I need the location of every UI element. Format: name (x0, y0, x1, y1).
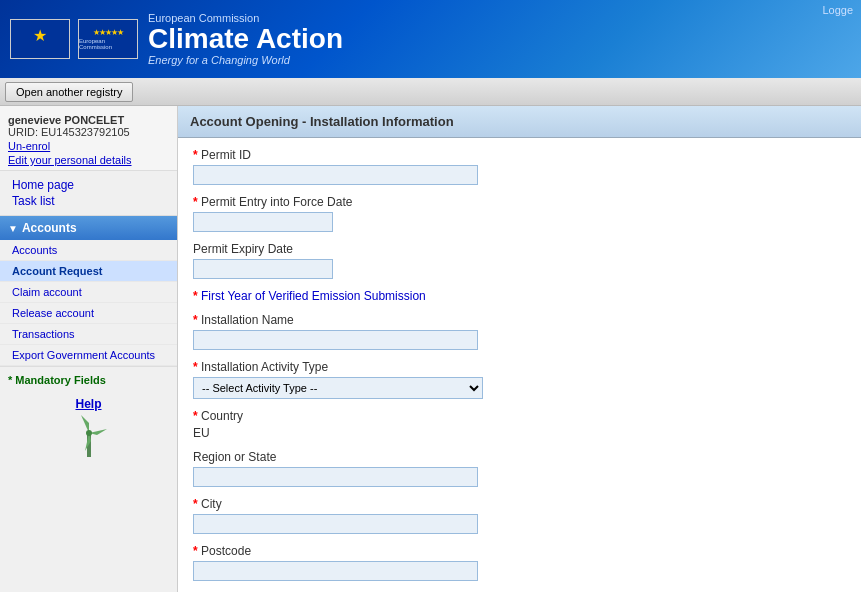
header-text: European Commission Climate Action Energ… (148, 12, 343, 67)
country-label: * Country (193, 409, 846, 423)
nav-links: Home page Task list (0, 171, 177, 216)
permit-entry-date-label: * Permit Entry into Force Date (193, 195, 846, 209)
accounts-section-header[interactable]: ▼ Accounts (0, 216, 177, 240)
first-year-emission-group: * First Year of Verified Emission Submis… (193, 289, 846, 303)
postcode-group: * Postcode (193, 544, 846, 581)
ec-logo-icon: ★★★★★ European Commission (78, 19, 138, 59)
app-subtitle-label: Energy for a Changing World (148, 54, 343, 66)
activity-type-select[interactable]: -- Select Activity Type -- (193, 377, 483, 399)
top-bar: Open another registry (0, 78, 861, 106)
logged-in-label: Logge (822, 4, 853, 16)
city-required-star: * (193, 497, 198, 511)
sidebar: genevieve PONCELET URID: EU145323792105 … (0, 106, 178, 592)
ec-name-label: European Commission (148, 12, 343, 24)
region-state-input[interactable] (193, 467, 478, 487)
permit-id-required-star: * (193, 148, 198, 162)
permit-expiry-date-group: Permit Expiry Date (193, 242, 846, 279)
first-year-emission-label: * First Year of Verified Emission Submis… (193, 289, 846, 303)
city-group: * City (193, 497, 846, 534)
installation-activity-type-label: * Installation Activity Type (193, 360, 846, 374)
sidebar-item-claim-account[interactable]: Claim account (0, 282, 177, 303)
sidebar-item-account-request[interactable]: Account Request (0, 261, 177, 282)
installation-name-label: * Installation Name (193, 313, 846, 327)
installation-name-group: * Installation Name (193, 313, 846, 350)
windmill-icon (71, 413, 107, 464)
country-required-star: * (193, 409, 198, 423)
sidebar-item-release-account[interactable]: Release account (0, 303, 177, 324)
open-registry-button[interactable]: Open another registry (5, 82, 133, 102)
permit-entry-date-group: * Permit Entry into Force Date (193, 195, 846, 232)
accounts-arrow-icon: ▼ (8, 223, 18, 234)
accounts-section: ▼ Accounts Accounts Account Request Clai… (0, 216, 177, 367)
installation-name-required-star: * (193, 313, 198, 327)
region-state-label: Region or State (193, 450, 846, 464)
country-value: EU (193, 426, 846, 440)
edit-profile-link[interactable]: Edit your personal details (8, 154, 169, 166)
permit-entry-required-star: * (193, 195, 198, 209)
installation-activity-type-group: * Installation Activity Type -- Select A… (193, 360, 846, 399)
form-header: Account Opening - Installation Informati… (178, 106, 861, 138)
activity-type-required-star: * (193, 360, 198, 374)
eu-flag-icon: ★ (10, 19, 70, 59)
user-info: genevieve PONCELET URID: EU145323792105 … (0, 106, 177, 171)
permit-entry-date-input[interactable] (193, 212, 333, 232)
main-content: Account Opening - Installation Informati… (178, 106, 861, 592)
main-layout: genevieve PONCELET URID: EU145323792105 … (0, 106, 861, 592)
sidebar-item-export-gov-accounts[interactable]: Export Government Accounts (0, 345, 177, 366)
user-name: genevieve PONCELET (8, 114, 169, 126)
sidebar-item-accounts[interactable]: Accounts (0, 240, 177, 261)
task-list-link[interactable]: Task list (12, 193, 165, 209)
accounts-section-items: Accounts Account Request Claim account R… (0, 240, 177, 366)
city-input[interactable] (193, 514, 478, 534)
permit-id-group: * Permit ID (193, 148, 846, 185)
permit-id-input[interactable] (193, 165, 478, 185)
country-group: * Country EU (193, 409, 846, 440)
svg-point-6 (86, 430, 92, 436)
user-links: Un-enrol Edit your personal details (8, 140, 169, 166)
logo-group: ★ ★★★★★ European Commission (10, 19, 138, 59)
help-link[interactable]: Help (75, 397, 101, 411)
postcode-required-star: * (193, 544, 198, 558)
first-year-required-star: * (193, 289, 198, 303)
user-urid: URID: EU145323792105 (8, 126, 169, 138)
svg-text:★: ★ (33, 27, 47, 44)
postcode-input[interactable] (193, 561, 478, 581)
postcode-label: * Postcode (193, 544, 846, 558)
mandatory-section: * Mandatory Fields (0, 367, 177, 393)
unenrol-link[interactable]: Un-enrol (8, 140, 169, 152)
form-body: * Permit ID * Permit Entry into Force Da… (178, 138, 861, 592)
accounts-section-label: Accounts (22, 221, 77, 235)
permit-expiry-date-label: Permit Expiry Date (193, 242, 846, 256)
app-title-label: Climate Action (148, 24, 343, 55)
city-label: * City (193, 497, 846, 511)
region-state-group: Region or State (193, 450, 846, 487)
installation-name-input[interactable] (193, 330, 478, 350)
permit-expiry-date-input[interactable] (193, 259, 333, 279)
sidebar-item-transactions[interactable]: Transactions (0, 324, 177, 345)
app-header: ★ ★★★★★ European Commission European Com… (0, 0, 861, 78)
home-page-link[interactable]: Home page (12, 177, 165, 193)
permit-id-label: * Permit ID (193, 148, 846, 162)
help-section: Help (0, 393, 177, 468)
mandatory-fields-label: * Mandatory Fields (8, 374, 106, 386)
